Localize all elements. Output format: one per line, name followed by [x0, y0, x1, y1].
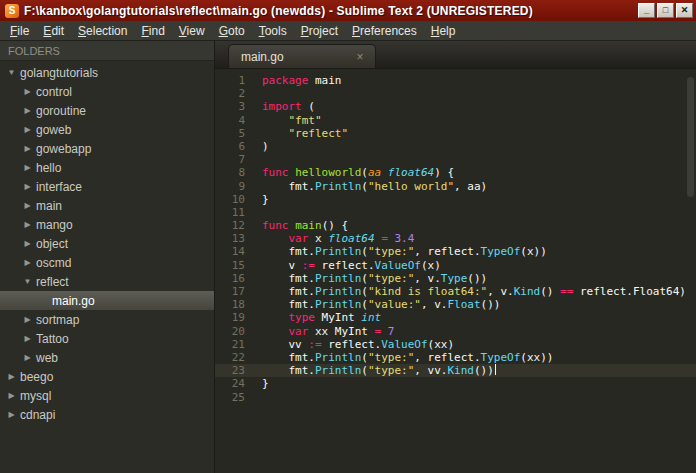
code-text: fmt.Println("kind is float64:", v.Kind()…	[262, 285, 686, 298]
code-line-12[interactable]: 12func main() {	[215, 219, 696, 232]
folder-item-beego[interactable]: ▶beego	[0, 367, 214, 386]
chevron-right-icon[interactable]: ▶	[21, 201, 34, 210]
folder-item-golangtutorials[interactable]: ▼golangtutorials	[0, 63, 214, 82]
chevron-down-icon[interactable]: ▼	[21, 277, 34, 286]
menu-item-goto[interactable]: Goto	[212, 22, 252, 40]
code-line-18[interactable]: 18 fmt.Println("value:", v.Float())	[215, 298, 696, 311]
code-line-4[interactable]: 4 "fmt"	[215, 114, 696, 127]
folder-item-goweb[interactable]: ▶goweb	[0, 120, 214, 139]
code-text: vv := reflect.ValueOf(xx)	[262, 338, 454, 351]
code-line-5[interactable]: 5 "reflect"	[215, 127, 696, 140]
code-editor[interactable]: 1package main23import (4 "fmt"5 "reflect…	[215, 69, 696, 473]
menu-item-project[interactable]: Project	[294, 22, 345, 40]
tree-item-label: mysql	[20, 389, 51, 403]
code-text: fmt.Println("hello world", aa)	[262, 180, 487, 193]
folder-item-reflect[interactable]: ▼reflect	[0, 272, 214, 291]
menu-item-help[interactable]: Help	[424, 22, 463, 40]
code-line-2[interactable]: 2	[215, 87, 696, 100]
line-number: 22	[215, 351, 245, 364]
menu-item-find[interactable]: Find	[134, 22, 171, 40]
chevron-right-icon[interactable]: ▶	[21, 87, 34, 96]
line-number: 3	[215, 100, 245, 113]
app-icon: S	[5, 4, 19, 18]
menu-item-tools[interactable]: Tools	[252, 22, 294, 40]
close-button[interactable]: ✕	[676, 3, 693, 18]
chevron-right-icon[interactable]: ▶	[21, 258, 34, 267]
folder-item-mango[interactable]: ▶mango	[0, 215, 214, 234]
code-line-23[interactable]: 23 fmt.Println("type:", vv.Kind())	[215, 364, 696, 377]
tree-item-label: Tattoo	[36, 332, 69, 346]
code-line-21[interactable]: 21 vv := reflect.ValueOf(xx)	[215, 338, 696, 351]
code-line-17[interactable]: 17 fmt.Println("kind is float64:", v.Kin…	[215, 285, 696, 298]
folder-item-goroutine[interactable]: ▶goroutine	[0, 101, 214, 120]
code-text: fmt.Println("type:", v.Type())	[262, 272, 487, 285]
chevron-right-icon[interactable]: ▶	[21, 315, 34, 324]
code-line-3[interactable]: 3import (	[215, 100, 696, 113]
chevron-right-icon[interactable]: ▶	[21, 182, 34, 191]
menu-item-selection[interactable]: Selection	[71, 22, 134, 40]
menu-item-preferences[interactable]: Preferences	[345, 22, 424, 40]
code-line-13[interactable]: 13 var x float64 = 3.4	[215, 232, 696, 245]
file-item-main.go[interactable]: main.go	[0, 291, 214, 310]
code-line-20[interactable]: 20 var xx MyInt = 7	[215, 325, 696, 338]
line-number: 18	[215, 298, 245, 311]
code-line-19[interactable]: 19 type MyInt int	[215, 311, 696, 324]
menu-item-file[interactable]: File	[3, 22, 36, 40]
folder-item-interface[interactable]: ▶interface	[0, 177, 214, 196]
tree-item-label: reflect	[36, 275, 69, 289]
code-line-25[interactable]: 25	[215, 391, 696, 404]
code-line-16[interactable]: 16 fmt.Println("type:", v.Type())	[215, 272, 696, 285]
chevron-right-icon[interactable]: ▶	[21, 144, 34, 153]
tab-close-icon[interactable]: ×	[353, 50, 367, 64]
chevron-right-icon[interactable]: ▶	[21, 334, 34, 343]
code-line-10[interactable]: 10}	[215, 193, 696, 206]
code-line-15[interactable]: 15 v := reflect.ValueOf(x)	[215, 259, 696, 272]
folder-item-tattoo[interactable]: ▶Tattoo	[0, 329, 214, 348]
chevron-right-icon[interactable]: ▶	[21, 106, 34, 115]
code-text: }	[262, 193, 269, 206]
chevron-right-icon[interactable]: ▶	[21, 125, 34, 134]
chevron-right-icon[interactable]: ▶	[21, 353, 34, 362]
folder-item-cdnapi[interactable]: ▶cdnapi	[0, 405, 214, 424]
tree-item-label: gowebapp	[36, 142, 91, 156]
tree-item-label: interface	[36, 180, 82, 194]
code-line-9[interactable]: 9 fmt.Println("hello world", aa)	[215, 180, 696, 193]
line-number: 12	[215, 219, 245, 232]
menu-item-edit[interactable]: Edit	[36, 22, 71, 40]
folder-item-oscmd[interactable]: ▶oscmd	[0, 253, 214, 272]
folder-item-gowebapp[interactable]: ▶gowebapp	[0, 139, 214, 158]
folder-item-main[interactable]: ▶main	[0, 196, 214, 215]
code-line-7[interactable]: 7	[215, 153, 696, 166]
code-line-14[interactable]: 14 fmt.Println("type:", reflect.TypeOf(x…	[215, 245, 696, 258]
chevron-down-icon[interactable]: ▼	[5, 68, 18, 77]
folder-item-sortmap[interactable]: ▶sortmap	[0, 310, 214, 329]
code-line-24[interactable]: 24}	[215, 377, 696, 390]
chevron-right-icon[interactable]: ▶	[21, 163, 34, 172]
menu-item-view[interactable]: View	[172, 22, 212, 40]
maximize-button[interactable]: □	[657, 3, 674, 18]
vertical-scrollbar[interactable]	[686, 75, 695, 470]
folder-item-hello[interactable]: ▶hello	[0, 158, 214, 177]
chevron-right-icon[interactable]: ▶	[21, 220, 34, 229]
chevron-right-icon[interactable]: ▶	[5, 410, 18, 419]
code-text: func main() {	[262, 219, 348, 232]
folder-item-web[interactable]: ▶web	[0, 348, 214, 367]
tab-main-go[interactable]: main.go ×	[228, 44, 376, 68]
code-text: "reflect"	[262, 127, 348, 140]
menubar: FileEditSelectionFindViewGotoToolsProjec…	[0, 21, 696, 41]
chevron-right-icon[interactable]: ▶	[21, 239, 34, 248]
chevron-right-icon[interactable]: ▶	[5, 372, 18, 381]
chevron-right-icon[interactable]: ▶	[5, 391, 18, 400]
scrollbar-thumb[interactable]	[687, 77, 694, 197]
code-line-6[interactable]: 6)	[215, 140, 696, 153]
window-controls: _ □ ✕	[638, 3, 693, 18]
window-titlebar[interactable]: S F:\kanbox\golangtutorials\reflect\main…	[0, 0, 696, 21]
code-line-22[interactable]: 22 fmt.Println("type:", reflect.TypeOf(x…	[215, 351, 696, 364]
minimize-button[interactable]: _	[638, 3, 655, 18]
code-line-8[interactable]: 8func helloworld(aa float64) {	[215, 166, 696, 179]
folder-item-mysql[interactable]: ▶mysql	[0, 386, 214, 405]
code-line-1[interactable]: 1package main	[215, 74, 696, 87]
code-line-11[interactable]: 11	[215, 206, 696, 219]
folder-item-object[interactable]: ▶object	[0, 234, 214, 253]
folder-item-control[interactable]: ▶control	[0, 82, 214, 101]
